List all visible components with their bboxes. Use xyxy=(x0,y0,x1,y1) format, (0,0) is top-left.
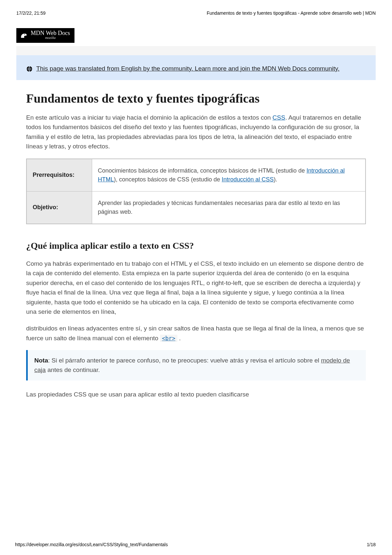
translation-banner: This page was translated from English by… xyxy=(16,55,376,80)
objective-label: Objetivo: xyxy=(26,191,92,224)
logo-sub-text: mozilla xyxy=(31,36,70,40)
logo-bar: MDN Web Docs mozilla xyxy=(16,25,376,46)
table-row: Prerrequisitos: Conocimientos básicos de… xyxy=(26,159,366,192)
print-timestamp: 17/2/22, 21:59 xyxy=(16,10,46,16)
translation-banner-link[interactable]: This page was translated from English by… xyxy=(36,65,339,72)
table-row: Objetivo: Aprender las propiedades y téc… xyxy=(26,191,366,224)
toolbar-strip xyxy=(16,46,376,55)
objective-value: Aprender las propiedades y técnicas fund… xyxy=(92,191,366,224)
print-footer: https://developer.mozilla.org/es/docs/Le… xyxy=(15,542,376,547)
css-link[interactable]: CSS xyxy=(272,114,285,121)
globe-icon xyxy=(26,66,33,72)
page-title: Fundamentos de texto y fuentes tipográfi… xyxy=(26,91,366,106)
mdn-logo[interactable]: MDN Web Docs mozilla xyxy=(16,28,74,43)
intro-css-link[interactable]: Introducción al CSS xyxy=(222,176,274,183)
prereq-value: Conocimientos básicos de informática, co… xyxy=(92,159,366,192)
note-callout: Nota: Si el párrafo anterior te parece c… xyxy=(26,350,366,380)
print-page-title: Fundamentos de texto y fuentes tipográfi… xyxy=(207,10,376,16)
section-para-2: distribuidos en líneas adyacentes entre … xyxy=(26,324,366,343)
footer-url: https://developer.mozilla.org/es/docs/Le… xyxy=(15,542,168,547)
logo-main-text: MDN Web Docs xyxy=(31,30,70,36)
closing-paragraph: Las propiedades CSS que se usan para apl… xyxy=(26,390,366,399)
section-para-1: Como ya habrás experimentado en tu traba… xyxy=(26,259,366,317)
intro-text-before: En este artículo vas a iniciar tu viaje … xyxy=(26,114,272,121)
footer-page-number: 1/18 xyxy=(367,542,376,547)
note-label: Nota xyxy=(34,357,48,364)
dino-icon xyxy=(20,31,28,39)
article-content: Fundamentos de texto y fuentes tipográfi… xyxy=(16,91,376,399)
prereq-label: Prerrequisitos: xyxy=(26,159,92,192)
intro-paragraph: En este artículo vas a iniciar tu viaje … xyxy=(26,113,366,151)
br-element-code[interactable]: <br> xyxy=(160,335,177,342)
print-header: 17/2/22, 21:59 Fundamentos de texto y fu… xyxy=(0,0,392,16)
section-heading: ¿Qué implica aplicar estilo a texto en C… xyxy=(26,241,366,251)
prerequisites-table: Prerrequisitos: Conocimientos básicos de… xyxy=(26,159,366,224)
